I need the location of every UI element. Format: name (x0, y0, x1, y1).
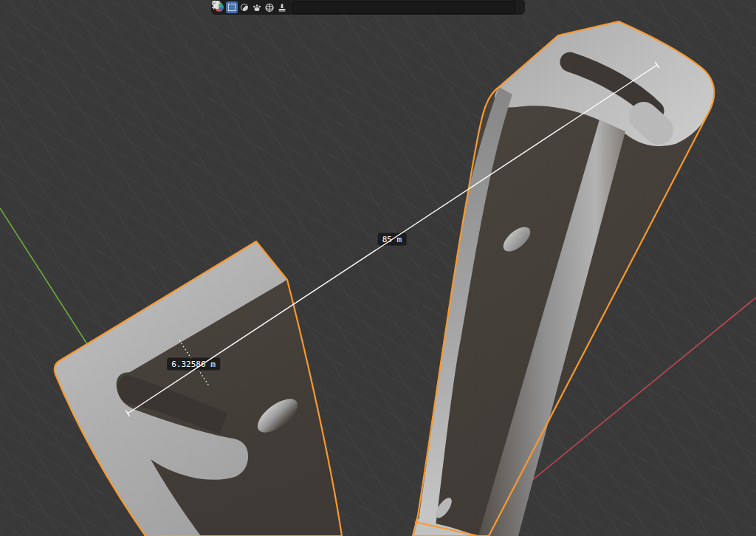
viewport-3d[interactable] (0, 0, 756, 536)
stamp-icon (277, 2, 287, 13)
measure-label-632586m[interactable]: 6.32586 m (167, 358, 220, 371)
half-sphere-icon (241, 4, 248, 11)
filter-button[interactable] (522, 1, 523, 13)
display-mode-button[interactable] (520, 1, 521, 13)
search-field[interactable] (292, 1, 515, 14)
search-input[interactable] (296, 3, 512, 13)
box-select-icon (228, 4, 236, 11)
measure-label-85m[interactable]: 85 m (378, 233, 407, 246)
chevron-down-icon (211, 0, 217, 6)
globe-tool-button[interactable] (264, 1, 275, 13)
paw-icon (252, 2, 262, 13)
viewport-header-toolbar (211, 0, 525, 15)
half-sphere-tool-button[interactable] (238, 1, 250, 13)
paw-tool-button[interactable] (251, 1, 263, 13)
stamp-tool-button[interactable] (276, 1, 288, 13)
box-select-tool-button[interactable] (226, 1, 238, 13)
object-bracket-left[interactable] (55, 241, 342, 536)
blender-window: 85 m 6.32586 m (0, 0, 756, 536)
axis-y-line (0, 208, 87, 344)
bracket-right-slot-tab (644, 117, 659, 130)
globe-icon (264, 2, 275, 13)
